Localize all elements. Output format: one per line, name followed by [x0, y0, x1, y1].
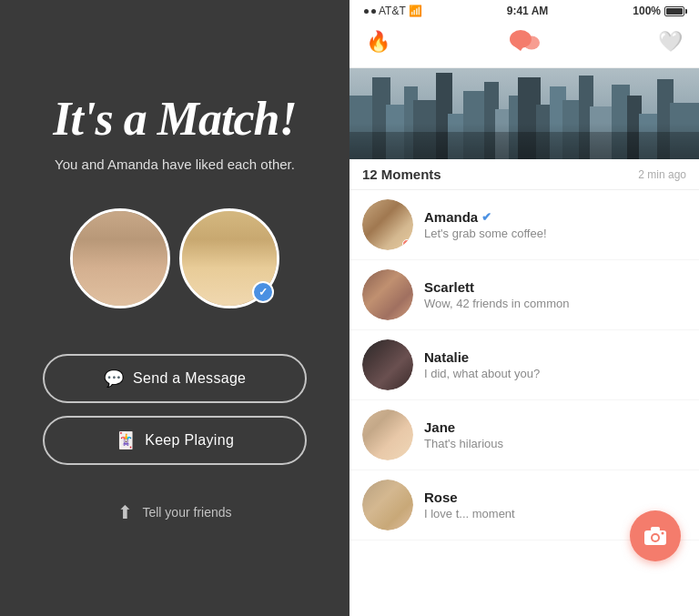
amanda-content: Amanda ✔ Let's grab some coffee! [424, 209, 686, 240]
svg-rect-30 [651, 527, 660, 531]
avatar-rose [362, 480, 413, 530]
avatar-jane [362, 409, 413, 460]
action-buttons: 💬 Send a Message 🃏 Keep Playing [43, 354, 307, 465]
rose-name: Rose [424, 490, 686, 505]
online-indicator [402, 239, 411, 248]
status-right: 100% [633, 5, 684, 17]
amanda-preview: Let's grab some coffee! [424, 227, 686, 240]
camera-fab-button[interactable] [630, 510, 681, 561]
send-message-button[interactable]: 💬 Send a Message [43, 354, 307, 403]
rose-avatar-img [362, 480, 413, 530]
status-left: AT&T 📶 [364, 5, 422, 17]
message-item-natalie[interactable]: Natalie I did, what about you? [350, 330, 699, 400]
match-screen: It's a Match! You and Amanda have liked … [0, 0, 350, 616]
message-item-jane[interactable]: Jane That's hilarious [350, 400, 699, 470]
messages-tab[interactable] [508, 25, 541, 58]
battery-icon [664, 6, 684, 16]
battery-fill [666, 8, 683, 15]
tinder-chat-logo [508, 27, 541, 56]
avatar-scarlett [362, 269, 413, 320]
battery-percent: 100% [633, 5, 661, 17]
chat-icon: 💬 [104, 369, 124, 389]
male-face [73, 211, 167, 306]
user-avatar-wrapper [70, 208, 170, 308]
amanda-name-text: Amanda [424, 209, 478, 225]
natalie-avatar-img [362, 339, 413, 390]
signal-dot-2 [371, 9, 376, 14]
wifi-icon: 📶 [409, 5, 422, 17]
moments-banner[interactable] [350, 68, 699, 159]
svg-point-2 [523, 36, 540, 50]
moments-time: 2 min ago [638, 168, 686, 181]
top-nav: 🔥 🤍 [350, 20, 699, 68]
natalie-preview: I did, what about you? [424, 367, 686, 380]
scarlett-name: Scarlett [424, 279, 686, 295]
user-avatar [70, 208, 170, 308]
heart-icon[interactable]: 🤍 [658, 30, 683, 54]
carrier-label: AT&T [379, 5, 406, 17]
match-title: It's a Match! [53, 93, 296, 145]
camera-icon [643, 526, 667, 546]
match-subtitle: You and Amanda have liked each other. [55, 157, 295, 172]
amanda-verified: ✔ [481, 210, 491, 224]
jane-avatar-img [362, 409, 413, 460]
cards-icon: 🃏 [116, 430, 136, 450]
messages-screen: AT&T 📶 9:41 AM 100% 🔥 🤍 [350, 0, 699, 616]
moments-count: 12 Moments [362, 167, 441, 182]
share-icon: ⬆ [117, 501, 133, 523]
status-time: 9:41 AM [507, 5, 549, 17]
keep-playing-label: Keep Playing [145, 432, 234, 449]
verified-badge [252, 281, 274, 303]
message-item-amanda[interactable]: Amanda ✔ Let's grab some coffee! [350, 190, 699, 260]
svg-point-31 [662, 532, 664, 535]
avatar-natalie [362, 339, 413, 390]
flame-icon[interactable]: 🔥 [366, 30, 390, 54]
match-avatar-wrapper [179, 208, 279, 308]
avatar-amanda [362, 199, 413, 250]
jane-name: Jane [424, 419, 686, 435]
jane-preview: That's hilarious [424, 437, 686, 450]
signal-dot-1 [364, 9, 369, 14]
svg-marker-1 [513, 45, 524, 51]
send-message-label: Send a Message [133, 370, 246, 387]
scarlett-preview: Wow, 42 friends in common [424, 297, 686, 310]
tell-friends-label: Tell your friends [142, 505, 231, 520]
moments-info: 12 Moments 2 min ago [350, 159, 699, 190]
scarlett-avatar-img [362, 269, 413, 320]
moments-overlay [350, 123, 699, 159]
scarlett-content: Scarlett Wow, 42 friends in common [424, 279, 686, 310]
message-item-scarlett[interactable]: Scarlett Wow, 42 friends in common [350, 260, 699, 330]
keep-playing-button[interactable]: 🃏 Keep Playing [43, 416, 307, 465]
natalie-name: Natalie [424, 349, 686, 365]
svg-point-29 [653, 535, 658, 540]
tell-friends-button[interactable]: ⬆ Tell your friends [117, 501, 231, 523]
avatars-container [70, 208, 279, 308]
amanda-name: Amanda ✔ [424, 209, 686, 225]
jane-content: Jane That's hilarious [424, 419, 686, 450]
natalie-content: Natalie I did, what about you? [424, 349, 686, 380]
status-bar: AT&T 📶 9:41 AM 100% [350, 0, 699, 20]
